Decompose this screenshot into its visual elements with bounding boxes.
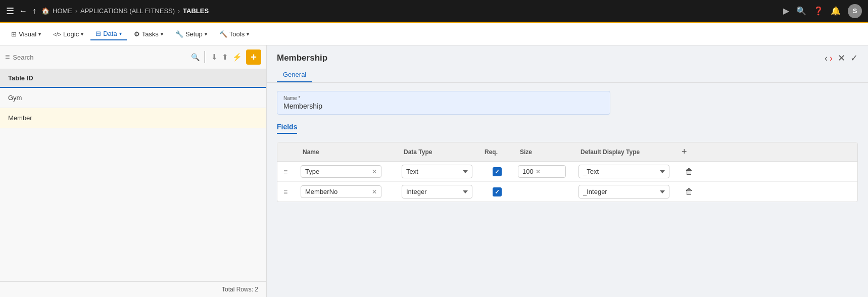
tools-caret: ▾ — [247, 31, 249, 37]
top-nav-left: ☰ ← ↑ 🏠 HOME › APPLICATIONS (ALL FITNESS… — [6, 6, 779, 17]
data-icon: ⊟ — [95, 30, 101, 37]
prev-arrow-btn[interactable]: ‹ — [825, 53, 828, 64]
tasks-caret: ▾ — [161, 31, 163, 37]
field-display-cell-2: _Integer _Float _Currency — [575, 185, 677, 199]
field-size-input-1[interactable]: 100 ✕ — [518, 165, 566, 178]
panel-header-actions: ‹ › ✕ ✓ — [825, 53, 858, 64]
toolbar-tasks[interactable]: ⚙ Tasks ▾ — [129, 28, 168, 40]
visual-icon: ⊞ — [11, 30, 17, 38]
search-bar: ≡ 🔍 ⬇ ⬆ ⚡ + — [0, 45, 266, 69]
table-row-memberno: ≡ MemberNo ✕ Text Integer Boolean — [277, 182, 857, 202]
field-name-clear-1[interactable]: ✕ — [372, 168, 377, 175]
hamburger-icon[interactable]: ☰ — [6, 6, 14, 17]
field-size-clear-1[interactable]: ✕ — [536, 168, 541, 175]
play-icon[interactable]: ▶ — [783, 6, 789, 16]
field-type-cell-2: Text Integer Boolean Date — [399, 185, 479, 199]
field-type-select-1[interactable]: Text Integer Boolean Date — [402, 165, 472, 178]
nav-arrows: ‹ › — [825, 53, 833, 64]
up-icon[interactable]: ↑ — [32, 7, 36, 16]
add-table-button[interactable]: + — [246, 49, 261, 65]
logic-label: Logic — [63, 30, 79, 38]
col-add: + — [677, 146, 702, 157]
add-field-btn[interactable]: + — [682, 146, 687, 157]
field-type-cell-1: Text Integer Boolean Date — [399, 165, 479, 178]
drag-handle-1[interactable]: ≡ — [277, 168, 298, 176]
bolt-btn[interactable]: ⚡ — [232, 53, 242, 62]
panel-tabs: General — [267, 68, 868, 83]
toolbar-setup[interactable]: 🔧 Setup ▾ — [170, 28, 212, 40]
col-handle — [277, 146, 298, 157]
toolbar-tools[interactable]: 🔨 Tools ▾ — [214, 28, 254, 40]
field-delete-btn-2[interactable]: 🗑 — [685, 187, 693, 196]
confirm-panel-btn[interactable]: ✓ — [850, 53, 858, 64]
toolbar-logic[interactable]: </> Logic ▾ — [48, 28, 88, 40]
help-icon[interactable]: ❓ — [813, 6, 824, 16]
name-field-label: Name * — [283, 95, 604, 101]
setup-caret: ▾ — [205, 31, 207, 37]
field-name-input-2[interactable]: MemberNo ✕ — [301, 185, 381, 198]
toolbar-data[interactable]: ⊟ Data ▾ — [90, 28, 126, 40]
field-delete-btn-1[interactable]: 🗑 — [685, 167, 693, 176]
drag-handle-2[interactable]: ≡ — [277, 188, 298, 196]
field-name-clear-2[interactable]: ✕ — [372, 188, 377, 195]
breadcrumb-home[interactable]: HOME — [53, 7, 72, 15]
search-icon: 🔍 — [191, 53, 200, 61]
field-req-checkbox-2[interactable] — [493, 187, 502, 196]
data-label: Data — [103, 30, 117, 37]
next-arrow-btn[interactable]: › — [830, 53, 833, 64]
top-nav: ☰ ← ↑ 🏠 HOME › APPLICATIONS (ALL FITNESS… — [0, 0, 868, 23]
name-field-value[interactable]: Membership — [283, 102, 604, 110]
tools-icon: 🔨 — [219, 30, 227, 38]
logic-icon: </> — [53, 31, 61, 37]
table-list: Gym Member — [0, 88, 266, 281]
visual-label: Visual — [19, 30, 36, 38]
tab-general[interactable]: General — [277, 68, 312, 82]
breadcrumb-tables[interactable]: TABLES — [183, 7, 209, 15]
upload-btn[interactable]: ⬆ — [222, 53, 228, 62]
field-name-text-2: MemberNo — [305, 188, 370, 195]
field-name-input-1[interactable]: Type ✕ — [301, 165, 381, 178]
back-icon[interactable]: ← — [19, 7, 27, 16]
toolbar-visual[interactable]: ⊞ Visual ▾ — [6, 28, 46, 40]
close-panel-btn[interactable]: ✕ — [838, 53, 845, 64]
top-nav-right: ▶ 🔍 ❓ 🔔 S — [783, 4, 862, 18]
toolbar: ⊞ Visual ▾ </> Logic ▾ ⊟ Data ▾ ⚙ Tasks … — [0, 23, 868, 45]
table-row-member[interactable]: Member — [0, 108, 266, 128]
table-row-type: ≡ Type ✕ Text Integer Boolean — [277, 162, 857, 182]
bell-icon[interactable]: 🔔 — [831, 6, 841, 16]
fields-table: Name Data Type Req. Size Default Display… — [277, 142, 858, 202]
table-row-gym[interactable]: Gym — [0, 88, 266, 108]
field-size-value-1: 100 — [522, 168, 534, 175]
col-display: Default Display Type — [575, 146, 677, 157]
user-avatar[interactable]: S — [848, 4, 862, 18]
left-footer: Total Rows: 2 — [0, 281, 266, 297]
filter-icon[interactable]: ≡ — [5, 53, 10, 62]
table-header: Table ID — [0, 69, 266, 88]
home-icon: 🏠 — [41, 7, 50, 15]
field-type-select-2[interactable]: Text Integer Boolean Date — [402, 185, 472, 199]
col-req: Req. — [479, 146, 515, 157]
data-caret: ▾ — [119, 31, 122, 36]
search-nav-icon[interactable]: 🔍 — [796, 6, 806, 16]
search-actions: ⬇ ⬆ ⚡ + — [203, 49, 261, 65]
breadcrumb-app[interactable]: APPLICATIONS (ALL FITNESS) — [80, 7, 175, 15]
main-layout: ≡ 🔍 ⬇ ⬆ ⚡ + Table ID Gym Member Total Ro… — [0, 45, 868, 297]
panel-header: Membership ‹ › ✕ ✓ — [267, 45, 868, 68]
visual-caret: ▾ — [38, 31, 41, 37]
fields-section: Fields Name Data Type Req. Size Default … — [277, 123, 858, 202]
field-display-cell-1: _Text _TextArea _RichText — [575, 165, 677, 178]
download-btn[interactable]: ⬇ — [211, 53, 218, 62]
field-display-select-1[interactable]: _Text _TextArea _RichText — [578, 165, 669, 178]
breadcrumb-sep-1: › — [75, 8, 77, 15]
field-display-select-2[interactable]: _Integer _Float _Currency — [578, 185, 669, 199]
tasks-label: Tasks — [142, 30, 159, 38]
field-name-cell-1: Type ✕ — [298, 165, 399, 178]
tasks-icon: ⚙ — [134, 30, 140, 38]
logic-caret: ▾ — [81, 31, 83, 37]
col-size: Size — [515, 146, 575, 157]
search-input[interactable] — [13, 54, 188, 61]
field-req-cell-2 — [479, 187, 515, 196]
fields-header: Fields — [277, 123, 297, 134]
field-req-checkbox-1[interactable] — [493, 167, 502, 176]
fields-table-header-row: Name Data Type Req. Size Default Display… — [277, 142, 857, 162]
